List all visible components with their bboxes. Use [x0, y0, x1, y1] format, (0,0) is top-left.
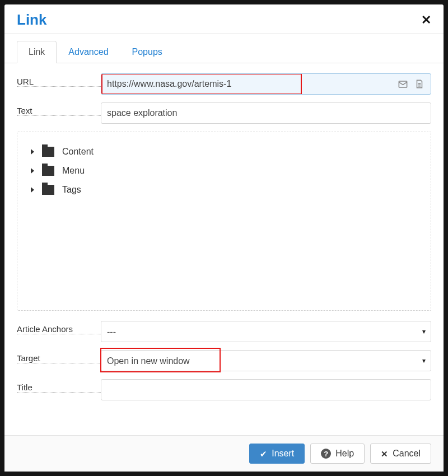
tree-item-label: Tags — [62, 185, 81, 195]
anchors-label: Article Anchors — [17, 321, 101, 334]
text-row: Text — [17, 102, 431, 124]
url-input-group — [101, 73, 431, 95]
link-browser-tree: Content Menu Tags — [17, 132, 431, 311]
tree-item-content[interactable]: Content — [22, 142, 426, 161]
target-select[interactable]: Open in new window — [101, 350, 431, 371]
url-row: URL — [17, 73, 431, 95]
tab-link[interactable]: Link — [17, 41, 57, 63]
text-label: Text — [17, 102, 101, 116]
cancel-button-label: Cancel — [393, 449, 421, 459]
tree-item-label: Menu — [62, 166, 85, 176]
tree-item-tags[interactable]: Tags — [22, 180, 426, 199]
tab-popups[interactable]: Popups — [120, 41, 174, 63]
tab-advanced[interactable]: Advanced — [57, 41, 120, 63]
anchors-row: Article Anchors --- ▾ — [17, 321, 431, 342]
check-icon: ✔ — [260, 450, 267, 458]
help-button-label: Help — [335, 449, 354, 459]
url-control — [101, 73, 431, 95]
title-input[interactable] — [101, 379, 431, 400]
folder-icon — [42, 166, 54, 176]
dialog-title: Link — [17, 11, 46, 29]
dialog-body: URL — [4, 63, 444, 435]
article-anchors-select[interactable]: --- — [101, 321, 431, 342]
cancel-button[interactable]: ✕ Cancel — [370, 444, 431, 464]
link-dialog: Link ✕ Link Advanced Popups URL — [4, 4, 444, 472]
document-icon[interactable] — [414, 78, 425, 90]
folder-icon — [42, 147, 54, 157]
title-row: Title — [17, 379, 431, 400]
url-action-icons — [391, 74, 431, 94]
email-icon[interactable] — [397, 78, 408, 90]
tree-item-label: Content — [62, 147, 94, 157]
caret-right-icon — [31, 168, 34, 174]
caret-right-icon — [31, 187, 34, 193]
url-input[interactable] — [101, 74, 391, 94]
target-row: Target Open in new window ▾ — [17, 350, 431, 371]
modal-backdrop: Link ✕ Link Advanced Popups URL — [0, 0, 448, 476]
url-label: URL — [17, 73, 101, 87]
insert-button[interactable]: ✔ Insert — [249, 444, 305, 464]
tab-bar: Link Advanced Popups — [4, 40, 444, 63]
folder-icon — [42, 185, 54, 195]
close-button[interactable]: ✕ — [421, 14, 431, 26]
dialog-header: Link ✕ — [4, 4, 444, 34]
title-label: Title — [17, 379, 101, 393]
help-button[interactable]: ? Help — [310, 444, 365, 464]
close-icon: ✕ — [421, 13, 431, 27]
caret-right-icon — [31, 149, 34, 155]
cancel-icon: ✕ — [381, 450, 388, 458]
target-label: Target — [17, 350, 101, 363]
tree-item-menu[interactable]: Menu — [22, 161, 426, 180]
help-icon: ? — [321, 449, 331, 459]
insert-button-label: Insert — [272, 449, 294, 459]
dialog-footer: ✔ Insert ? Help ✕ Cancel — [4, 435, 444, 472]
text-input[interactable] — [101, 102, 431, 124]
